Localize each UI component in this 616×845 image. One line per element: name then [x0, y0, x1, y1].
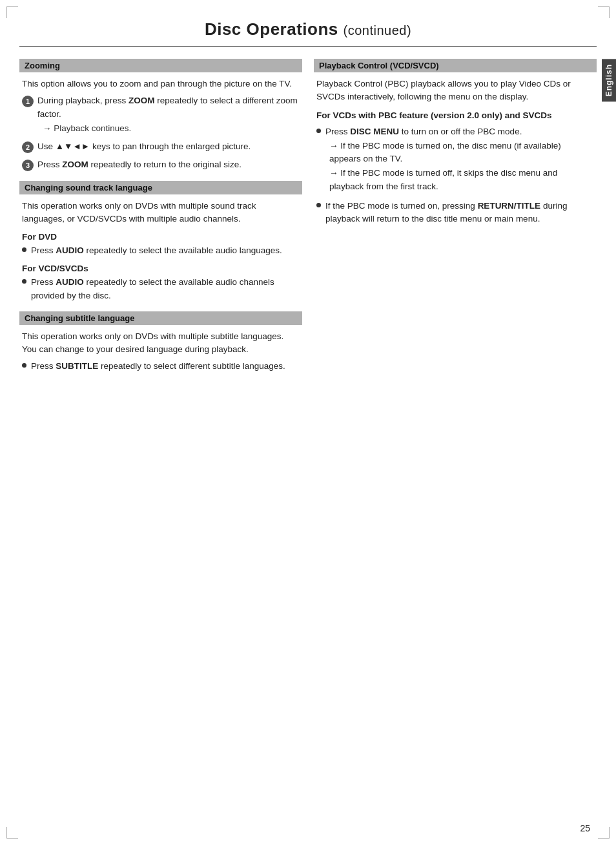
pbc-arrow-1a: If the PBC mode is turned on, the disc m…: [329, 140, 594, 166]
return-title-bold: RETURN/TITLE: [478, 201, 541, 211]
subtitle-bold: SUBTITLE: [56, 361, 98, 371]
for-vcd-heading: For VCD/SVCDs: [22, 264, 300, 273]
pbc-subheading-text: For VCDs with PBC feature (version 2.0 o…: [316, 110, 552, 120]
section-body-zooming: This option allows you to zoom and pan t…: [19, 78, 302, 172]
subtitle-bullet: Press SUBTITLE repeatedly to select diff…: [22, 360, 300, 373]
bullet-dot-pbc1: [316, 129, 321, 133]
step-circle-2: 2: [22, 141, 34, 153]
pbc-bullet-1-content: Press DISC MENU to turn on or off the PB…: [325, 125, 594, 193]
step-2-content: Use ▲▼◄► keys to pan through the enlarge…: [37, 140, 300, 153]
section-subtitle: Changing subtitle language This operatio…: [19, 311, 302, 373]
pbc-bullet-2: If the PBC mode is turned on, pressing R…: [316, 200, 594, 226]
step-3-content: Press ZOOM repeatedly to return to the o…: [37, 158, 300, 171]
col-left: Zooming This option allows you to zoom a…: [19, 59, 302, 382]
pbc-bullet-1: Press DISC MENU to turn on or off the PB…: [316, 125, 594, 193]
disc-menu-bold: DISC MENU: [350, 127, 399, 136]
pbc-bullet-2-content: If the PBC mode is turned on, pressing R…: [325, 200, 594, 226]
zooming-intro: This option allows you to zoom and pan t…: [22, 78, 300, 90]
subtitle-title: Changing subtitle language: [25, 313, 134, 323]
corner-mark-bl: [6, 827, 18, 839]
english-tab-label: English: [604, 64, 613, 96]
section-header-subtitle: Changing subtitle language: [19, 311, 302, 325]
for-dvd-bullet: Press AUDIO repeatedly to select the ava…: [22, 244, 300, 257]
page-header: Disc Operations (continued): [19, 19, 597, 47]
for-dvd-heading: For DVD: [22, 232, 300, 242]
bullet-dot-vcd: [22, 279, 26, 284]
corner-mark-br: [598, 827, 610, 839]
playback-title: Playback Control (VCD/SVCD): [319, 61, 439, 70]
section-playback-control: Playback Control (VCD/SVCD) Playback Con…: [314, 59, 597, 225]
bullet-dot-subtitle: [22, 363, 26, 368]
step-1-arrow: Playback continues.: [43, 122, 300, 135]
bullet-dot-dvd: [22, 247, 26, 252]
bullet-dot-pbc2: [316, 203, 321, 207]
playback-intro: Playback Control (PBC) playback allows y…: [316, 78, 594, 104]
english-tab: English: [602, 59, 616, 101]
for-dvd-text: Press AUDIO repeatedly to select the ava…: [31, 244, 300, 257]
subtitle-intro: This operation works only on DVDs with m…: [22, 330, 300, 357]
step-circle-3: 3: [22, 160, 34, 171]
for-vcd-bullet: Press AUDIO repeatedly to select the ava…: [22, 276, 300, 302]
step-1-content: During playback, press ZOOM repeatedly t…: [37, 94, 300, 135]
zooming-title: Zooming: [25, 61, 60, 70]
sound-track-title: Changing sound track language: [25, 183, 152, 193]
pbc-subheading: For VCDs with PBC feature (version 2.0 o…: [316, 110, 594, 120]
section-body-playback: Playback Control (PBC) playback allows y…: [314, 78, 597, 225]
section-header-sound-track: Changing sound track language: [19, 181, 302, 194]
audio-bold-dvd: AUDIO: [56, 245, 84, 255]
step-2: 2 Use ▲▼◄► keys to pan through the enlar…: [22, 140, 300, 153]
step-1: 1 During playback, press ZOOM repeatedly…: [22, 94, 300, 135]
section-header-zooming: Zooming: [19, 59, 302, 72]
page-number: 25: [580, 823, 590, 833]
zoom-bold-3: ZOOM: [62, 160, 88, 169]
section-body-subtitle: This operation works only on DVDs with m…: [19, 330, 302, 373]
audio-bold-vcd: AUDIO: [56, 277, 84, 287]
sound-track-intro: This operation works only on DVDs with m…: [22, 200, 300, 226]
pbc-arrow-1b: If the PBC mode is turned off, it skips …: [329, 167, 594, 193]
content-columns: Zooming This option allows you to zoom a…: [19, 59, 597, 382]
section-sound-track: Changing sound track language This opera…: [19, 181, 302, 302]
section-body-sound-track: This operation works only on DVDs with m…: [19, 200, 302, 302]
title-continued: (continued): [344, 23, 412, 37]
for-vcd-text: Press AUDIO repeatedly to select the ava…: [31, 276, 300, 302]
page-title: Disc Operations (continued): [205, 19, 411, 39]
page-number-text: 25: [580, 823, 590, 833]
step-3: 3 Press ZOOM repeatedly to return to the…: [22, 158, 300, 171]
step-circle-1: 1: [22, 96, 34, 107]
zoom-bold-1: ZOOM: [128, 96, 155, 105]
section-zooming: Zooming This option allows you to zoom a…: [19, 59, 302, 172]
page-wrapper: Disc Operations (continued) Zooming This…: [0, 0, 616, 845]
col-right: English Playback Control (VCD/SVCD) Play…: [314, 59, 597, 382]
corner-mark-tl: [6, 6, 18, 18]
corner-mark-tr: [598, 6, 610, 18]
subtitle-text: Press SUBTITLE repeatedly to select diff…: [31, 360, 300, 373]
section-header-playback: Playback Control (VCD/SVCD): [314, 59, 597, 72]
title-text: Disc Operations: [205, 19, 338, 39]
